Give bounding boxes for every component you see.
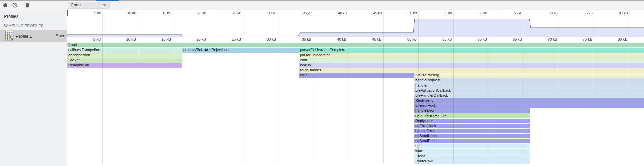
svg-text:%: % — [10, 37, 13, 41]
